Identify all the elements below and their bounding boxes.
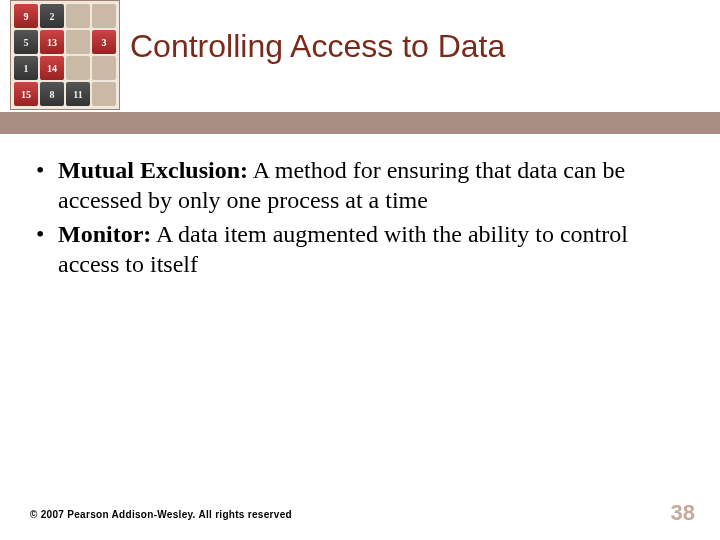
- puzzle-tile: 13: [40, 30, 64, 54]
- puzzle-tile: 14: [40, 56, 64, 80]
- puzzle-tile: [66, 4, 90, 28]
- copyright-footer: © 2007 Pearson Addison-Wesley. All right…: [30, 509, 292, 520]
- puzzle-tile: 9: [14, 4, 38, 28]
- bullet-term: Monitor:: [58, 221, 151, 247]
- puzzle-tile: 11: [66, 82, 90, 106]
- puzzle-tile: 2: [40, 4, 64, 28]
- puzzle-tile: 3: [92, 30, 116, 54]
- slide-title: Controlling Access to Data: [130, 28, 700, 65]
- puzzle-tile: [92, 82, 116, 106]
- puzzle-tile: 1: [14, 56, 38, 80]
- puzzle-tile: [66, 56, 90, 80]
- puzzle-tile: 5: [14, 30, 38, 54]
- puzzle-tile: 8: [40, 82, 64, 106]
- puzzle-tile: [92, 56, 116, 80]
- bullet-item: Mutual Exclusion: A method for ensuring …: [30, 155, 690, 215]
- puzzle-tile: 15: [14, 82, 38, 106]
- puzzle-tile: [66, 30, 90, 54]
- decorative-bar: [0, 112, 720, 134]
- decorative-puzzle-image: 92513311415811: [10, 0, 120, 110]
- bullet-item: Monitor: A data item augmented with the …: [30, 219, 690, 279]
- bullet-term: Mutual Exclusion:: [58, 157, 248, 183]
- slide-body: Mutual Exclusion: A method for ensuring …: [30, 155, 690, 283]
- puzzle-tile: [92, 4, 116, 28]
- page-number: 38: [671, 500, 695, 526]
